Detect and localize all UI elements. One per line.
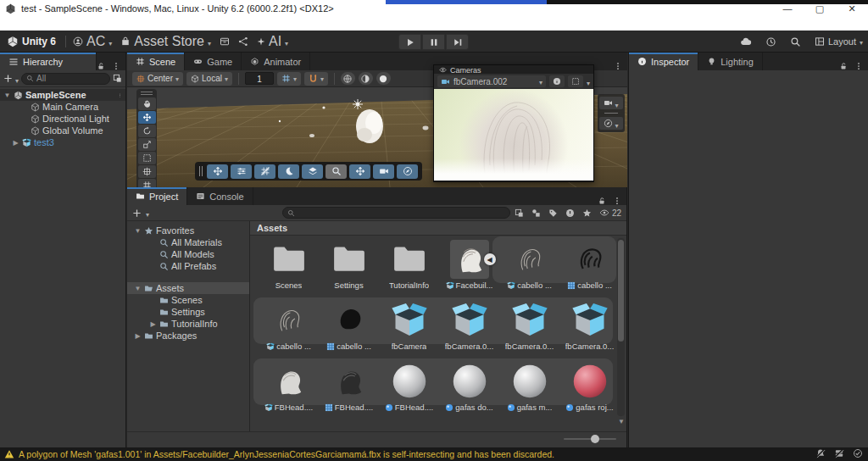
- lock-icon[interactable]: [97, 62, 105, 70]
- layout-dropdown[interactable]: Layout: [815, 36, 863, 47]
- add-gameobject-icon[interactable]: [3, 74, 13, 83]
- view-options-button[interactable]: [231, 164, 252, 179]
- asset-item[interactable]: FBHead....: [379, 358, 439, 419]
- disclosure-arrow-icon[interactable]: ▼: [3, 92, 11, 99]
- asset-item[interactable]: gafas do...: [439, 358, 499, 419]
- asset-store-dropdown[interactable]: Asset Store: [116, 32, 215, 51]
- tool-handle-rotation-dropdown[interactable]: Local: [186, 72, 232, 86]
- scene-view-tab[interactable]: Scene: [127, 53, 185, 70]
- kebab-menu-icon[interactable]: [118, 92, 125, 99]
- project-tree-item[interactable]: All Materials: [127, 236, 249, 248]
- project-tree-item[interactable]: ▼ Favorites: [127, 225, 249, 236]
- undo-history-icon[interactable]: [765, 36, 776, 47]
- asset-item[interactable]: Scenes: [259, 236, 319, 297]
- scene-view-tab[interactable]: Animator: [242, 53, 310, 70]
- disclosure-arrow-icon[interactable]: ▼: [134, 285, 142, 292]
- asset-item[interactable]: cabello ...: [319, 297, 379, 358]
- camera-view-button[interactable]: [599, 97, 623, 109]
- hierarchy-item[interactable]: Global Volume: [0, 125, 125, 136]
- step-button[interactable]: [446, 34, 469, 50]
- asset-item[interactable]: gafas roj...: [559, 358, 620, 419]
- play-button[interactable]: [398, 34, 421, 50]
- camera-settings-button[interactable]: [373, 164, 394, 179]
- version-control-button[interactable]: [234, 35, 253, 48]
- hierarchy-item[interactable]: Directional Light: [0, 113, 125, 125]
- cloud-icon[interactable]: [740, 36, 752, 47]
- asset-item[interactable]: fbCamera.0...: [559, 297, 620, 358]
- asset-item[interactable]: TutorialInfo: [379, 236, 439, 297]
- scale-tool[interactable]: [138, 138, 156, 151]
- lock-icon[interactable]: [598, 197, 606, 205]
- project-area-tab[interactable]: Console: [187, 187, 253, 205]
- kebab-menu-icon[interactable]: [613, 197, 621, 205]
- scene-lighting-button[interactable]: [278, 164, 299, 179]
- project-search-input[interactable]: [282, 207, 510, 219]
- camera-info-button[interactable]: [549, 75, 565, 87]
- asset-item[interactable]: ◀ Facebuil...: [439, 236, 499, 297]
- project-tree-item[interactable]: Scenes: [127, 294, 249, 306]
- chevron-down-icon[interactable]: [15, 71, 19, 86]
- asset-item[interactable]: cabello ...: [499, 236, 559, 297]
- transform-tool[interactable]: [138, 165, 156, 178]
- gizmo-toggle-button[interactable]: [349, 164, 370, 179]
- disclosure-arrow-icon[interactable]: ▶: [149, 320, 157, 328]
- camera-select-dropdown[interactable]: fbCamera.002: [437, 75, 546, 87]
- overlay-drag-handle[interactable]: [199, 166, 203, 176]
- hierarchy-search-input[interactable]: All: [21, 73, 110, 85]
- all-ok-check-icon[interactable]: [853, 448, 863, 458]
- tool-handle-position-dropdown[interactable]: Center: [132, 72, 183, 86]
- hidden-count[interactable]: 22: [599, 208, 621, 218]
- vertical-scrollbar[interactable]: [617, 238, 625, 416]
- statusbar[interactable]: A polygon of Mesh 'gafas1.001' in Assets…: [0, 447, 868, 461]
- hierarchy-item[interactable]: Main Camera: [0, 101, 125, 113]
- view-hand-tool[interactable]: [138, 97, 156, 110]
- move-tool[interactable]: [138, 111, 156, 124]
- grid-snap-toggle[interactable]: [277, 72, 301, 86]
- package-visibility-icon[interactable]: [565, 208, 575, 218]
- asset-item[interactable]: cabello ...: [559, 236, 620, 297]
- kebab-menu-icon[interactable]: [614, 62, 622, 70]
- kebab-menu-icon[interactable]: [112, 62, 120, 70]
- pause-button[interactable]: [422, 34, 445, 50]
- asset-item[interactable]: fbCamera.0...: [439, 297, 499, 358]
- orientation-compass-button[interactable]: [397, 164, 418, 179]
- rect-tool[interactable]: [138, 152, 156, 164]
- account-dropdown[interactable]: AC: [69, 32, 116, 51]
- increment-snap-toggle[interactable]: [304, 72, 328, 86]
- scene-view-tab[interactable]: Game: [185, 53, 242, 70]
- chevron-down-icon[interactable]: [146, 205, 149, 220]
- audio-toggle[interactable]: [376, 72, 391, 85]
- create-asset-icon[interactable]: [132, 208, 142, 218]
- search-button[interactable]: [326, 164, 347, 179]
- overlay-drag-handle[interactable]: [141, 92, 153, 95]
- rotate-tool[interactable]: [138, 125, 156, 137]
- project-tree-item[interactable]: All Prefabs: [127, 260, 249, 272]
- asset-item[interactable]: Settings: [319, 236, 379, 297]
- asset-item[interactable]: fbCamera: [379, 297, 439, 358]
- grid-visibility-button[interactable]: [254, 164, 275, 179]
- filter-by-label-icon[interactable]: [548, 208, 558, 218]
- asset-item[interactable]: gafas m...: [499, 358, 559, 419]
- asset-item[interactable]: cabello ...: [259, 297, 319, 358]
- search-icon[interactable]: [790, 36, 801, 47]
- grid-size-input[interactable]: 1: [245, 72, 274, 85]
- subassets-collapse-toggle[interactable]: ◀: [484, 253, 496, 265]
- lighting-toggle[interactable]: [359, 72, 373, 85]
- disclosure-arrow-icon[interactable]: ▼: [134, 227, 142, 235]
- kebab-menu-icon[interactable]: [854, 62, 863, 70]
- filter-by-type-icon[interactable]: [531, 208, 541, 218]
- project-tree-item[interactable]: ▼ Assets: [127, 282, 249, 294]
- project-tree-item[interactable]: ▶ Packages: [127, 330, 249, 342]
- ai-dropdown[interactable]: AI: [253, 32, 292, 51]
- search-window-icon[interactable]: [113, 74, 122, 83]
- background-tasks-icon[interactable]: [834, 448, 844, 458]
- project-area-tab[interactable]: Project: [127, 187, 187, 205]
- project-tree-item[interactable]: Settings: [127, 306, 249, 318]
- hierarchy-item[interactable]: ▼ SampleScene: [0, 89, 125, 101]
- layers-button[interactable]: [302, 164, 323, 179]
- scrollbar-down-arrow[interactable]: ▼: [618, 418, 625, 425]
- compass-button[interactable]: [599, 117, 623, 130]
- favorites-icon[interactable]: [582, 208, 592, 218]
- chevron-down-icon[interactable]: [587, 74, 590, 89]
- package-manager-button[interactable]: [215, 35, 234, 48]
